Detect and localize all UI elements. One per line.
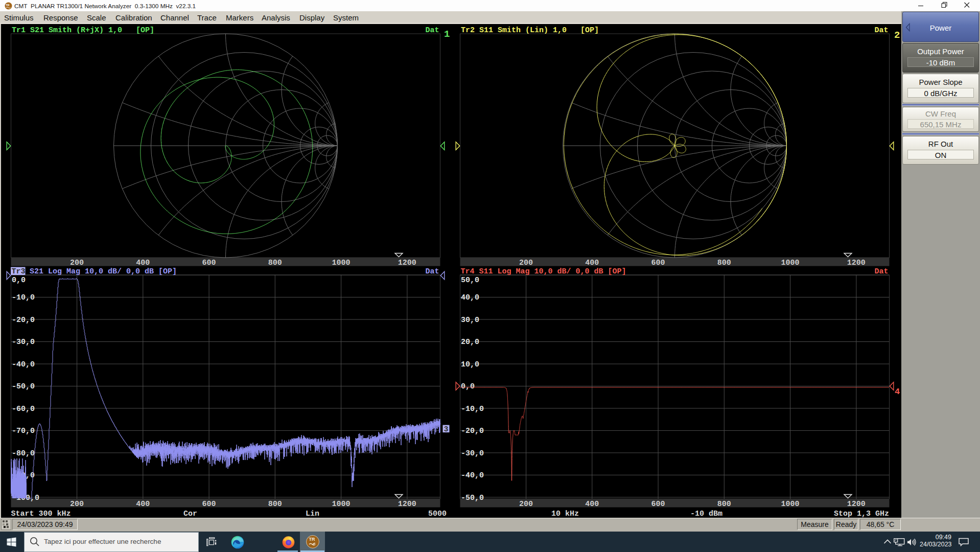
svg-text:1000: 1000: [781, 259, 800, 267]
svg-text:10,0: 10,0: [461, 360, 479, 369]
svg-text:-10,0: -10,0: [461, 405, 484, 413]
svg-text:1: 1: [444, 29, 450, 40]
svg-text:-60,0: -60,0: [12, 405, 35, 413]
svg-text:-40,0: -40,0: [461, 471, 484, 480]
svg-text:Tr2 S11 Smith (Lin) 1,0 [OP]: Tr2 S11 Smith (Lin) 1,0 [OP]: [461, 26, 599, 35]
svg-text:1200: 1200: [398, 259, 416, 267]
svg-text:TR: TR: [309, 537, 315, 542]
svg-text:600: 600: [202, 259, 216, 267]
svg-text:800: 800: [717, 500, 731, 509]
svg-text:-10,0: -10,0: [12, 293, 35, 302]
svg-text:-40,0: -40,0: [12, 360, 35, 369]
svg-text:800: 800: [268, 259, 282, 267]
svg-text:Dat: Dat: [875, 26, 889, 35]
svg-text:-70,0: -70,0: [12, 427, 35, 435]
svg-text:200: 200: [519, 259, 533, 267]
svg-text:Tr3: Tr3: [12, 267, 26, 276]
svg-text:400: 400: [585, 259, 599, 267]
svg-text:1200: 1200: [847, 500, 866, 509]
svg-text:40,0: 40,0: [461, 293, 479, 302]
svg-text:-10 dBm: -10 dBm: [690, 510, 722, 518]
svg-text:3: 3: [444, 425, 449, 434]
svg-text:Cor: Cor: [183, 510, 197, 518]
svg-text:-20,0: -20,0: [12, 316, 35, 325]
svg-text:Tr4 S11 Log Mag 10,0 dB/ 0,0 d: Tr4 S11 Log Mag 10,0 dB/ 0,0 dB [OP]: [461, 267, 626, 276]
svg-text:30,0: 30,0: [461, 316, 479, 325]
svg-text:400: 400: [136, 259, 150, 267]
svg-text:600: 600: [651, 500, 665, 509]
svg-text:50,0: 50,0: [461, 276, 479, 285]
svg-text:800: 800: [268, 500, 282, 509]
svg-text:200: 200: [70, 500, 84, 509]
svg-text:0,0: 0,0: [461, 382, 475, 391]
svg-text:-30,0: -30,0: [12, 338, 35, 347]
svg-text:S21 Log Mag 10,0 dB/ 0,0 dB [O: S21 Log Mag 10,0 dB/ 0,0 dB [OP]: [30, 267, 177, 276]
svg-text:1000: 1000: [332, 259, 351, 267]
svg-text:400: 400: [585, 500, 599, 509]
svg-text:-30,0: -30,0: [461, 449, 484, 458]
svg-text:4: 4: [895, 387, 900, 397]
svg-text:-50,0: -50,0: [12, 382, 35, 391]
svg-text:200: 200: [70, 259, 84, 267]
svg-text:1200: 1200: [847, 259, 866, 267]
svg-text:20,0: 20,0: [461, 338, 479, 347]
svg-text:10 kHz: 10 kHz: [551, 510, 579, 518]
svg-text:5000: 5000: [428, 510, 447, 518]
svg-text:1000: 1000: [781, 500, 800, 509]
svg-text:Tr1 S21 Smith (R+jX) 1,0 [OP: Tr1 S21 Smith (R+jX) 1,0 [OP]: [12, 26, 154, 35]
svg-text:800: 800: [717, 259, 731, 267]
svg-text:Lin: Lin: [306, 510, 319, 518]
svg-text:Dat: Dat: [875, 267, 889, 276]
svg-text:1000: 1000: [332, 500, 351, 509]
svg-text:0,0: 0,0: [12, 276, 26, 285]
svg-text:600: 600: [202, 500, 216, 509]
svg-text:600: 600: [651, 259, 665, 267]
svg-text:-20,0: -20,0: [461, 427, 484, 435]
svg-text:-80,0: -80,0: [12, 449, 35, 458]
svg-text:-50,0: -50,0: [461, 494, 484, 502]
svg-text:2: 2: [894, 30, 900, 41]
svg-text:1200: 1200: [398, 500, 416, 509]
svg-text:Stop 1,3 GHz: Stop 1,3 GHz: [834, 510, 889, 518]
svg-text:Dat: Dat: [426, 26, 439, 35]
svg-text:400: 400: [136, 500, 150, 509]
svg-text:TR: TR: [6, 4, 9, 7]
svg-text:Dat: Dat: [426, 267, 439, 276]
svg-text:Start 300 kHz: Start 300 kHz: [11, 510, 71, 518]
svg-text:200: 200: [519, 500, 533, 509]
